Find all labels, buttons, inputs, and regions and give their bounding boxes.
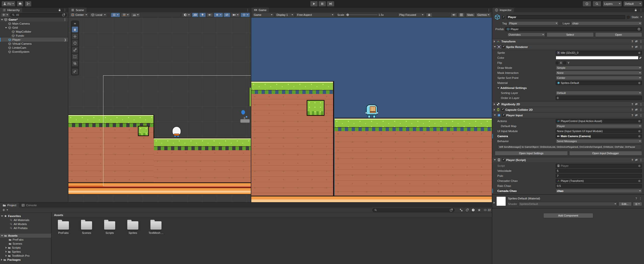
foldout-icon[interactable] <box>494 103 495 105</box>
help-icon[interactable]: ? <box>631 159 633 162</box>
tab-console[interactable]: Console <box>19 203 39 207</box>
create-asset-button[interactable] <box>1 208 9 212</box>
component-menu-button[interactable]: ⋮ <box>639 45 642 48</box>
rotate-tool-button[interactable] <box>72 40 78 46</box>
tab-inspector[interactable]: Inspector <box>492 8 514 12</box>
project-tree-item-all-materials[interactable]: All Materials <box>0 218 51 222</box>
component-header-player-script[interactable]: Player (Script)?⇄⋮ <box>492 157 644 163</box>
component-menu-button[interactable]: ⋮ <box>639 114 642 117</box>
hierarchy-item-eventsystem[interactable]: EventSystem <box>0 50 68 54</box>
component-header-sprite-renderer[interactable]: Sprite Renderer?⇄⋮ <box>492 44 644 49</box>
favorites-filter-icon[interactable] <box>477 208 481 212</box>
foldout-closed-icon[interactable] <box>6 255 7 257</box>
preset-icon[interactable]: ⇄ <box>635 158 637 162</box>
asset-folder-scenes[interactable]: Scenes <box>79 221 94 234</box>
preset-icon[interactable]: ⇄ <box>635 108 637 111</box>
component-enabled-checkbox[interactable] <box>502 114 505 117</box>
undo-history-button[interactable] <box>583 1 591 7</box>
gameobject-active-checkbox[interactable] <box>502 16 505 19</box>
component-menu-button[interactable]: ⋮ <box>639 40 642 43</box>
static-dropdown-icon[interactable] <box>640 17 642 18</box>
foldout-open-icon[interactable] <box>1 216 3 217</box>
search-by-type-icon[interactable] <box>459 208 463 212</box>
foldout-open-icon[interactable] <box>1 235 3 236</box>
pause-button[interactable] <box>318 1 326 7</box>
component-menu-button[interactable]: ⋮ <box>639 159 642 162</box>
aspect-ratio-dropdown[interactable]: Free Aspect <box>296 13 335 17</box>
help-icon[interactable]: ? <box>631 108 633 111</box>
material-preview-swatch[interactable] <box>496 196 506 206</box>
pivot-mode-dropdown[interactable]: Center <box>69 13 89 17</box>
scene-viewport[interactable] <box>68 18 251 202</box>
snap-increment-dropdown[interactable] <box>131 13 140 17</box>
game-viewport[interactable] <box>251 18 492 202</box>
vsync-grid-button[interactable] <box>458 13 465 17</box>
open-input-settings-button[interactable]: Open Input Settings <box>495 151 568 155</box>
foldout-closed-icon[interactable] <box>6 251 7 253</box>
dropdown-camada-chao[interactable]: chao <box>556 189 642 193</box>
hierarchy-item-fundo[interactable]: Fundo <box>0 34 68 38</box>
shader-edit-button[interactable]: Edit... <box>619 202 632 206</box>
help-icon[interactable]: ? <box>631 45 633 48</box>
project-tree-item-all-models[interactable]: All Models <box>0 222 51 226</box>
game-gizmos-dropdown[interactable]: Gizmos <box>476 13 491 17</box>
object-field-camera[interactable]: Main Camera (Camera) <box>556 134 642 138</box>
cloud-services-button[interactable] <box>17 1 23 7</box>
object-picker-icon[interactable] <box>638 120 641 123</box>
object-field-material[interactable]: Sprites-Default <box>556 81 642 85</box>
dropdown-draw-mode[interactable]: Simple <box>556 66 642 70</box>
display-target-dropdown[interactable]: Game <box>252 13 274 17</box>
tab-hierarchy[interactable]: Hierarchy <box>0 8 22 12</box>
component-menu-button[interactable]: ⋮ <box>639 108 642 111</box>
scene-menu-button[interactable]: ⋮ <box>246 9 249 12</box>
static-checkbox[interactable] <box>627 16 630 19</box>
account-button[interactable]: FU <box>2 1 15 7</box>
component-header-capsule-collider-2d[interactable]: Capsule Collider 2D?⇄⋮ <box>492 107 644 112</box>
object-field-ui-input-module[interactable]: None (Input System UI Input Module) <box>556 129 642 133</box>
transform-tool-button[interactable] <box>72 60 78 67</box>
material-list-button[interactable]: ☰ <box>633 202 642 206</box>
flip-y-checkbox[interactable] <box>563 62 566 64</box>
foldout-open-icon[interactable] <box>497 87 499 89</box>
scale-slider-knob[interactable] <box>346 14 349 16</box>
hierarchy-scene-row[interactable]: Game* ⋮ <box>0 18 68 22</box>
asset-folder-textmesh[interactable]: TextMesh ... <box>148 221 164 234</box>
foldout-open-icon[interactable] <box>5 27 7 28</box>
foldout-icon[interactable] <box>494 159 496 161</box>
hierarchy-search-input[interactable]: All <box>10 13 67 17</box>
hierarchy-menu-button[interactable]: ⋮ <box>63 9 66 12</box>
mute-audio-button[interactable] <box>451 13 457 17</box>
search-by-label-icon[interactable] <box>465 208 469 212</box>
preset-icon[interactable]: ⇄ <box>635 40 637 43</box>
create-object-button[interactable] <box>1 13 9 17</box>
project-tree-item-sprites[interactable]: Sprites <box>0 250 51 254</box>
tab-project[interactable]: Project <box>0 203 19 207</box>
color-swatch[interactable] <box>556 56 638 60</box>
layout-dropdown[interactable]: Default <box>623 1 642 7</box>
search-in-window-icon[interactable] <box>450 208 453 212</box>
object-picker-icon[interactable] <box>638 82 641 84</box>
hidden-objects-toggle[interactable] <box>224 13 230 17</box>
component-enabled-checkbox[interactable] <box>501 108 504 111</box>
object-field-actions[interactable]: PlayerControl (Input Action Asset) <box>556 119 642 123</box>
hidden-count-icon[interactable] <box>484 208 487 212</box>
asset-folder-scripts[interactable]: Scripts <box>102 221 117 234</box>
game-menu-button[interactable]: ⋮ <box>487 9 490 12</box>
scene-audio-toggle[interactable] <box>207 13 213 17</box>
tab-scene[interactable]: Scene <box>68 8 87 12</box>
step-button[interactable] <box>327 1 334 7</box>
play-button[interactable] <box>310 1 318 7</box>
project-tree-item-textmesh-pro[interactable]: TextMesh Pro <box>0 254 51 258</box>
foldout-closed-icon[interactable] <box>1 259 2 261</box>
frame-debugger-button[interactable] <box>426 13 432 17</box>
flip-x-checkbox[interactable] <box>556 62 558 64</box>
preset-icon[interactable]: ⇄ <box>635 114 637 117</box>
hierarchy-item-grid[interactable]: Grid <box>0 26 68 30</box>
display-dropdown[interactable]: Display 1 <box>275 13 295 17</box>
gameobject-name-field[interactable]: Player <box>507 15 625 19</box>
dropdown-mask-interaction[interactable]: None <box>556 71 642 75</box>
preset-icon[interactable]: ⇄ <box>635 102 637 106</box>
scene-camera-dropdown[interactable] <box>231 13 240 17</box>
asset-folder-sprites[interactable]: Sprites <box>125 221 141 234</box>
dropdown-sorting-layer[interactable]: Default <box>556 91 642 95</box>
